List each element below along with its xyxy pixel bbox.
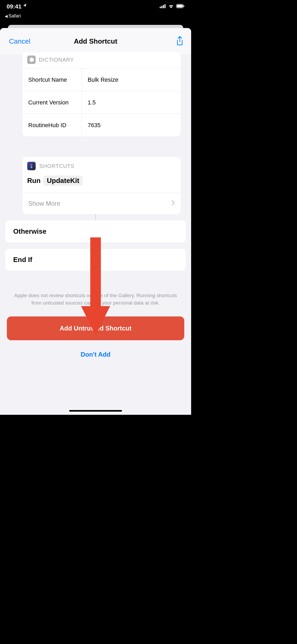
status-time: 09:41: [7, 3, 21, 10]
run-action-row: Run UpdateKit: [22, 173, 181, 193]
show-more-label: Show More: [28, 200, 60, 207]
dictionary-row: RoutineHub ID 7635: [22, 114, 181, 136]
dict-key: Current Version: [22, 91, 82, 114]
back-app-label: Safari: [8, 13, 21, 19]
svg-rect-0: [160, 7, 161, 8]
cellular-icon: [160, 4, 166, 9]
chevron-right-icon: [172, 200, 175, 207]
run-shortcut-action-card: SHORTCUTS Run UpdateKit Show More: [22, 157, 181, 214]
dict-value: 7635: [82, 114, 181, 136]
shortcuts-app-icon: [27, 162, 36, 170]
endif-block: End If: [5, 249, 186, 271]
show-more-row[interactable]: Show More: [22, 193, 181, 214]
dict-key: Shortcut Name: [22, 68, 82, 91]
sheet-title: Add Shortcut: [74, 37, 117, 45]
wifi-icon: [168, 4, 174, 9]
run-target-pill[interactable]: UpdateKit: [43, 176, 83, 186]
dictionary-row: Shortcut Name Bulk Resize: [22, 68, 181, 91]
svg-rect-6: [183, 5, 184, 7]
dictionary-action-card: DICTIONARY Shortcut Name Bulk Resize Cur…: [22, 52, 181, 136]
modal-sheet: Cancel Add Shortcut DICTIONARY Shortcut …: [0, 28, 191, 415]
share-button[interactable]: [176, 36, 184, 47]
disclaimer-text: Apple does not review shortcuts outside …: [0, 271, 191, 316]
add-untrusted-shortcut-button[interactable]: Add Untrusted Shortcut: [7, 316, 184, 340]
sheet-header: Cancel Add Shortcut: [0, 28, 191, 55]
dict-value: Bulk Resize: [82, 68, 181, 91]
content-area: DICTIONARY Shortcut Name Bulk Resize Cur…: [0, 52, 191, 214]
dictionary-row: Current Version 1.5: [22, 91, 181, 114]
svg-rect-3: [164, 4, 166, 8]
status-indicators: [160, 4, 185, 9]
otherwise-label: Otherwise: [13, 227, 46, 235]
battery-icon: [176, 4, 185, 9]
dict-value: 1.5: [82, 91, 181, 114]
home-indicator[interactable]: [69, 410, 122, 412]
gear-icon: [27, 56, 36, 64]
location-services-icon: [23, 3, 27, 9]
dict-key: RoutineHub ID: [22, 114, 82, 136]
status-time-area: 09:41: [7, 3, 27, 10]
back-to-app[interactable]: ◀ Safari: [5, 13, 21, 19]
status-bar: 09:41: [0, 0, 191, 13]
dictionary-header: DICTIONARY: [22, 52, 181, 68]
dont-add-button[interactable]: Don't Add: [0, 340, 191, 369]
run-label: Run: [27, 177, 41, 185]
svg-rect-1: [161, 6, 162, 8]
add-button-label: Add Untrusted Shortcut: [60, 325, 131, 332]
svg-rect-2: [163, 5, 164, 8]
shortcuts-label: SHORTCUTS: [39, 163, 74, 169]
back-triangle-icon: ◀: [5, 14, 8, 18]
dictionary-label: DICTIONARY: [39, 57, 74, 63]
action-connector: [95, 214, 96, 220]
svg-rect-5: [177, 5, 183, 7]
cancel-button[interactable]: Cancel: [9, 37, 30, 45]
otherwise-block: Otherwise: [5, 220, 186, 242]
dont-add-label: Don't Add: [81, 351, 111, 358]
action-connector: [95, 242, 96, 249]
endif-label: End If: [13, 256, 32, 264]
shortcuts-header: SHORTCUTS: [22, 157, 181, 173]
